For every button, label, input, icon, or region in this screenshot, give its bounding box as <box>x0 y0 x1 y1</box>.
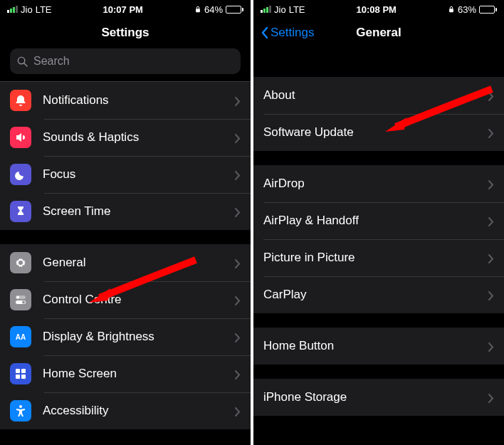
chevron-right-icon <box>488 342 494 351</box>
signal-icon <box>7 6 18 13</box>
row-accessibility[interactable]: Accessibility <box>0 392 251 429</box>
chevron-right-icon <box>235 407 241 416</box>
chevron-right-icon <box>488 253 494 263</box>
status-bar: Jio LTE 10:08 PM 63% <box>253 0 504 17</box>
title-bar: Settings General <box>253 17 504 48</box>
signal-icon <box>261 6 271 13</box>
accessibility-icon <box>10 400 31 422</box>
chevron-right-icon <box>488 91 494 100</box>
carrier-label: Jio <box>274 4 286 15</box>
moon-icon <box>10 164 31 185</box>
bell-icon <box>10 90 31 111</box>
row-sounds[interactable]: Sounds & Haptics <box>0 119 251 156</box>
battery-percent: 64% <box>204 4 223 15</box>
chevron-right-icon <box>488 393 494 402</box>
chevron-left-icon <box>261 26 269 39</box>
chevron-right-icon <box>235 170 241 179</box>
row-about[interactable]: About <box>253 77 504 114</box>
page-title: Settings <box>101 26 149 40</box>
chevron-right-icon <box>235 295 241 305</box>
row-home-screen[interactable]: Home Screen <box>0 355 251 392</box>
chevron-right-icon <box>488 179 494 189</box>
status-bar: Jio LTE 10:07 PM 64% <box>0 0 251 17</box>
search-input[interactable]: Search <box>10 48 241 74</box>
lock-icon <box>448 6 455 13</box>
chevron-right-icon <box>488 128 494 137</box>
title-bar: Settings <box>0 17 251 48</box>
chevron-right-icon <box>488 290 494 300</box>
row-airplay-handoff[interactable]: AirPlay & Handoff <box>253 202 504 239</box>
search-icon <box>17 56 28 67</box>
row-picture-in-picture[interactable]: Picture in Picture <box>253 239 504 276</box>
chevron-right-icon <box>488 216 494 226</box>
settings-screen: Jio LTE 10:07 PM 64% Settings Search Not… <box>0 0 251 445</box>
general-screen: Jio LTE 10:08 PM 63% Settings General Ab… <box>253 0 504 445</box>
row-display-brightness[interactable]: Display & Brightness <box>0 318 251 355</box>
search-placeholder: Search <box>33 55 70 68</box>
time-label: 10:07 PM <box>103 4 143 15</box>
chevron-right-icon <box>235 133 241 142</box>
chevron-right-icon <box>235 370 241 379</box>
lock-icon <box>194 6 201 13</box>
network-label: LTE <box>289 4 305 15</box>
row-carplay[interactable]: CarPlay <box>253 276 504 313</box>
battery-icon <box>479 6 497 14</box>
page-title: General <box>356 26 401 40</box>
row-control-centre[interactable]: Control Centre <box>0 281 251 318</box>
carrier-label: Jio <box>21 4 33 15</box>
hourglass-icon <box>10 201 31 222</box>
row-home-button[interactable]: Home Button <box>253 328 504 365</box>
time-label: 10:08 PM <box>357 4 397 15</box>
row-focus[interactable]: Focus <box>0 156 251 193</box>
row-general[interactable]: General <box>0 244 251 281</box>
chevron-right-icon <box>235 333 241 342</box>
chevron-right-icon <box>235 207 241 216</box>
back-button[interactable]: Settings <box>261 26 314 40</box>
aa-icon <box>10 326 31 347</box>
back-label: Settings <box>271 26 314 40</box>
battery-icon <box>226 6 243 14</box>
battery-percent: 63% <box>458 4 476 15</box>
row-software-update[interactable]: Software Update <box>253 114 504 151</box>
network-label: LTE <box>36 4 52 15</box>
row-iphone-storage[interactable]: iPhone Storage <box>253 379 504 416</box>
grid-icon <box>10 363 31 384</box>
row-airdrop[interactable]: AirDrop <box>253 165 504 202</box>
switches-icon <box>10 289 31 310</box>
gear-icon <box>10 252 31 273</box>
row-screen-time[interactable]: Screen Time <box>0 193 251 230</box>
chevron-right-icon <box>235 258 241 268</box>
speaker-icon <box>10 127 31 148</box>
row-notifications[interactable]: Notifications <box>0 82 251 119</box>
chevron-right-icon <box>235 96 241 105</box>
